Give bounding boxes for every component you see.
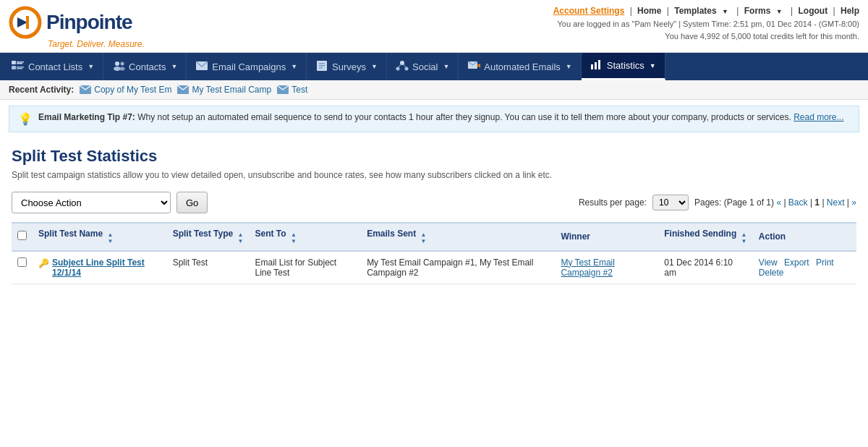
row-winner-cell: My Test Email Campaign #2 bbox=[555, 251, 658, 284]
tip-title: Email Marketing Tip #7: bbox=[38, 112, 135, 122]
contact-lists-chevron: ▼ bbox=[88, 63, 94, 70]
pagination-last[interactable]: » bbox=[851, 197, 856, 208]
recent-item-1[interactable]: My Test Email Camp bbox=[177, 85, 271, 95]
row-sent-to-cell: Email List for Subject Line Test bbox=[249, 251, 361, 284]
sort-sent-to[interactable]: ▲▼ bbox=[291, 232, 297, 245]
svg-line-22 bbox=[404, 64, 406, 67]
svg-point-9 bbox=[115, 61, 119, 66]
templates-chevron[interactable]: ▼ bbox=[722, 8, 728, 15]
recent-item-text-1: My Test Email Camp bbox=[192, 85, 271, 95]
nav-automated-emails-label: Automated Emails bbox=[484, 61, 561, 72]
email-icon-sm-0 bbox=[80, 85, 91, 94]
svg-point-20 bbox=[405, 67, 409, 70]
select-all-checkbox[interactable] bbox=[17, 231, 27, 240]
tip-body: Why not setup an automated email sequenc… bbox=[137, 112, 791, 122]
svg-rect-16 bbox=[319, 65, 325, 67]
per-page-select[interactable]: 102550 bbox=[652, 195, 689, 210]
tip-read-more[interactable]: Read more... bbox=[793, 112, 843, 122]
export-action[interactable]: Export bbox=[784, 257, 809, 268]
view-action[interactable]: View bbox=[759, 257, 778, 268]
top-nav: Account Settings | Home | Templates ▼ | … bbox=[553, 6, 859, 42]
delete-action[interactable]: Delete bbox=[759, 268, 784, 278]
results-per-page-label: Results per page: bbox=[579, 197, 647, 208]
print-action[interactable]: Print bbox=[816, 257, 834, 268]
sort-finished-sending[interactable]: ▲▼ bbox=[741, 232, 747, 245]
split-test-name-link[interactable]: Subject Line Split Test 12/1/14 bbox=[52, 257, 161, 278]
account-settings-link[interactable]: Account Settings bbox=[553, 6, 625, 16]
row-checkbox[interactable] bbox=[17, 257, 27, 267]
tip-bar: 💡 Email Marketing Tip #7: Why not setup … bbox=[9, 106, 859, 132]
user-info-line1: You are logged in as "Pam Neely" | Syste… bbox=[553, 18, 859, 30]
page-header: Pinpointe Target. Deliver. Measure. Acco… bbox=[0, 0, 868, 53]
automated-emails-chevron: ▼ bbox=[566, 63, 572, 70]
nav-statistics-label: Statistics bbox=[607, 60, 644, 71]
main-navigation: Contact Lists ▼ Contacts ▼ Email Campaig… bbox=[0, 53, 868, 80]
svg-rect-7 bbox=[17, 67, 24, 68]
select-all-header bbox=[12, 223, 33, 251]
nav-statistics[interactable]: Statistics ▼ bbox=[582, 53, 665, 80]
pagination-text: Pages: (Page 1 of 1) bbox=[694, 197, 774, 208]
recent-item-text-0: Copy of My Test Em bbox=[94, 85, 171, 95]
svg-point-11 bbox=[121, 61, 124, 65]
svg-rect-25 bbox=[591, 64, 593, 69]
col-emails-sent: Emails Sent ▲▼ bbox=[361, 223, 555, 251]
nav-surveys[interactable]: Surveys ▼ bbox=[307, 53, 387, 80]
forms-link[interactable]: Forms bbox=[744, 6, 771, 16]
sort-split-test-name[interactable]: ▲▼ bbox=[107, 232, 113, 245]
nav-contact-lists[interactable]: Contact Lists ▼ bbox=[3, 53, 103, 80]
svg-rect-4 bbox=[12, 66, 16, 69]
list-icon bbox=[12, 60, 25, 74]
statistics-chevron: ▼ bbox=[650, 62, 656, 69]
go-button[interactable]: Go bbox=[176, 192, 208, 213]
row-actions-cell: View Export Print Delete bbox=[753, 251, 856, 284]
page-title: Split Test Statistics bbox=[12, 147, 856, 166]
svg-point-19 bbox=[396, 67, 400, 70]
page-description: Split test campaign statistics allow you… bbox=[12, 170, 856, 180]
right-controls: Results per page: 102550 Pages: (Page 1 … bbox=[579, 195, 856, 210]
logo-name: Pinpointe bbox=[46, 11, 132, 34]
pagination-first[interactable]: « bbox=[776, 197, 781, 208]
pagination-next[interactable]: Next bbox=[827, 197, 845, 208]
nav-automated-emails[interactable]: Automated Emails ▼ bbox=[459, 53, 581, 80]
split-test-table: Split Test Name ▲▼ Split Test Type ▲▼ Se… bbox=[12, 222, 856, 284]
social-icon bbox=[396, 60, 409, 74]
controls-row: Choose ActionDelete Selected Go Results … bbox=[12, 192, 856, 213]
winner-link[interactable]: My Test Email Campaign #2 bbox=[561, 257, 614, 278]
logout-link[interactable]: Logout bbox=[799, 6, 828, 16]
pagination-current: 1 bbox=[814, 197, 820, 208]
svg-marker-1 bbox=[17, 17, 27, 27]
action-select[interactable]: Choose ActionDelete Selected bbox=[12, 192, 171, 213]
recent-item-0[interactable]: Copy of My Test Em bbox=[80, 85, 171, 95]
logo-icon bbox=[9, 6, 42, 39]
nav-social[interactable]: Social ▼ bbox=[387, 53, 459, 80]
tip-icon: 💡 bbox=[18, 112, 33, 126]
pagination-back[interactable]: Back bbox=[788, 197, 808, 208]
svg-rect-27 bbox=[598, 60, 600, 69]
nav-email-campaigns[interactable]: Email Campaigns ▼ bbox=[187, 53, 307, 80]
home-link[interactable]: Home bbox=[637, 6, 661, 16]
row-emails-sent-cell: My Test Email Campaign #1, My Test Email… bbox=[361, 251, 555, 284]
nav-contacts[interactable]: Contacts ▼ bbox=[103, 53, 187, 80]
help-link[interactable]: Help bbox=[841, 6, 859, 16]
email-campaigns-chevron: ▼ bbox=[291, 63, 297, 70]
table-row: 🔑 Subject Line Split Test 12/1/14 Split … bbox=[12, 251, 856, 284]
recent-item-2[interactable]: Test bbox=[277, 85, 307, 95]
svg-rect-6 bbox=[17, 63, 22, 64]
email-icon-sm-1 bbox=[177, 85, 189, 94]
col-winner: Winner bbox=[555, 223, 658, 251]
col-finished-sending: Finished Sending ▲▼ bbox=[658, 223, 753, 251]
nav-contacts-label: Contacts bbox=[129, 61, 166, 72]
contacts-chevron: ▼ bbox=[171, 63, 177, 70]
row-checkbox-cell bbox=[12, 251, 33, 284]
svg-rect-8 bbox=[17, 68, 22, 69]
sort-emails-sent[interactable]: ▲▼ bbox=[421, 232, 427, 245]
row-finished-sending-cell: 01 Dec 2014 6:10 am bbox=[658, 251, 753, 284]
forms-chevron[interactable]: ▼ bbox=[776, 8, 783, 15]
col-sent-to: Sent To ▲▼ bbox=[249, 223, 361, 251]
templates-link[interactable]: Templates bbox=[674, 6, 716, 16]
key-icon: 🔑 bbox=[38, 258, 49, 268]
svg-rect-15 bbox=[319, 63, 325, 64]
user-info-line2: You have 4,992 of 5,000 total credits le… bbox=[553, 30, 859, 43]
contacts-icon bbox=[112, 60, 125, 74]
sort-split-test-type[interactable]: ▲▼ bbox=[238, 232, 244, 245]
